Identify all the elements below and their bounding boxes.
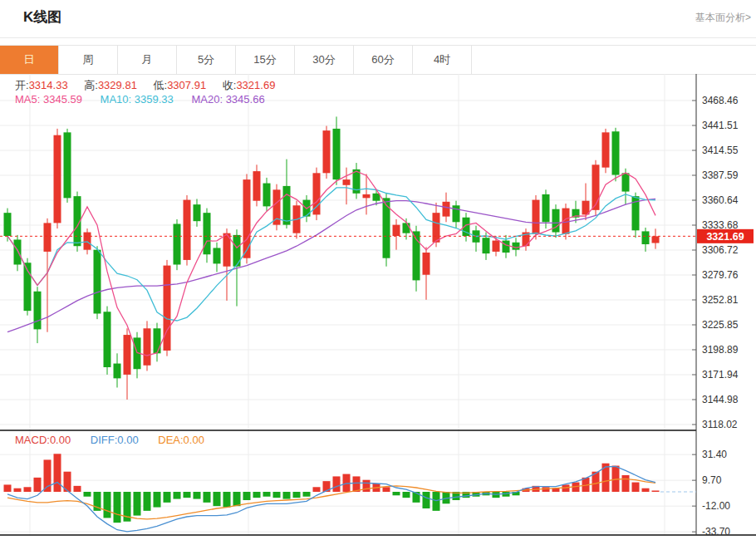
macd-bar [184, 492, 191, 498]
candle [184, 200, 191, 260]
macd-bar [154, 492, 161, 508]
candle [443, 202, 450, 217]
candle [154, 328, 161, 353]
macd-bar [134, 492, 141, 516]
candle [483, 238, 490, 253]
candle [592, 164, 600, 210]
y-axis-label: 3360.64 [702, 194, 739, 206]
macd-bar [632, 483, 640, 492]
tab-m60[interactable]: 60分 [354, 46, 413, 74]
candle [104, 312, 111, 367]
y-axis-label: 3279.76 [702, 269, 739, 281]
candle [204, 213, 211, 254]
candle [323, 130, 331, 173]
candle [403, 223, 410, 233]
y-axis-label: 3252.81 [702, 294, 739, 306]
candle [333, 129, 341, 179]
tab-h4[interactable]: 4时 [413, 46, 472, 74]
macd-bar [74, 486, 81, 492]
candle [642, 231, 650, 244]
macd-bar [34, 478, 42, 492]
tab-week[interactable]: 周 [59, 46, 118, 74]
macd-bar [223, 492, 231, 508]
macd-bar [313, 487, 321, 492]
tab-m15[interactable]: 15分 [236, 46, 295, 74]
macd-bar [263, 492, 271, 497]
timeframe-tabs: 日周月5分15分30分60分4时 [0, 45, 756, 75]
y-axis-label: 3306.72 [702, 244, 739, 256]
macd-bar [433, 492, 440, 511]
macd-bar [393, 492, 400, 495]
y-axis-label: 3387.59 [702, 169, 739, 181]
candle [513, 243, 520, 250]
candle [343, 179, 351, 185]
macd-bar [622, 475, 630, 492]
tab-m30[interactable]: 30分 [295, 46, 354, 74]
header-divider [0, 37, 756, 38]
candle [253, 171, 261, 201]
chart-area: 3321.693468.463441.513414.553387.593360.… [0, 74, 756, 537]
macd-bar [333, 476, 341, 492]
candle [533, 200, 540, 234]
tab-m5[interactable]: 5分 [177, 46, 236, 74]
candle [44, 223, 52, 251]
candle [194, 204, 201, 221]
tab-day[interactable]: 日 [0, 46, 59, 74]
candle [503, 241, 510, 253]
macd-y-axis-label: -33.70 [702, 526, 730, 537]
candle [602, 132, 610, 167]
macd-bar [24, 487, 32, 492]
macd-bar [273, 492, 281, 498]
macd-bar [144, 492, 151, 511]
candle [393, 225, 400, 236]
macd-bar [243, 492, 251, 500]
candle [612, 131, 620, 174]
macd-bar [652, 491, 660, 493]
candle [124, 335, 131, 375]
candle [94, 250, 101, 314]
macd-bar [303, 492, 311, 497]
macd-bar [214, 492, 221, 506]
page-title: K线图 [23, 7, 61, 27]
macd-y-axis-label: -12.00 [702, 500, 730, 512]
candle [54, 135, 61, 223]
macd-bar [283, 492, 291, 499]
candle [14, 239, 22, 264]
candle [114, 364, 121, 379]
macd-bar [642, 488, 650, 492]
kline-page: K线图 基本面分析> 日周月5分15分30分60分4时 3321.693468.… [0, 0, 756, 540]
macd-y-axis-label: 9.70 [702, 474, 722, 486]
y-axis-label: 3225.85 [702, 319, 739, 331]
page-header: K线图 基本面分析> [0, 0, 756, 37]
fundamental-analysis-link[interactable]: 基本面分析> [695, 11, 751, 25]
y-axis-label: 3441.51 [702, 120, 739, 131]
macd-bar [114, 492, 121, 523]
macd-bar [253, 492, 261, 498]
candle [64, 132, 71, 198]
y-axis-label: 3198.89 [702, 344, 739, 356]
macd-bar [353, 476, 361, 492]
candle [144, 328, 151, 366]
kline-chart-svg[interactable]: 3321.693468.463441.513414.553387.593360.… [0, 74, 756, 537]
candle [4, 213, 12, 236]
macd-bar [602, 464, 610, 492]
macd-bar [293, 492, 301, 498]
candle [283, 186, 291, 225]
candle [652, 236, 660, 243]
candle [622, 173, 630, 191]
y-axis-label: 3144.98 [702, 394, 739, 405]
tab-month[interactable]: 月 [118, 46, 177, 74]
macd-bar [403, 492, 410, 498]
y-axis-label: 3468.46 [702, 95, 739, 106]
candle [214, 248, 221, 263]
candle [363, 194, 371, 198]
macd-bar [363, 480, 371, 492]
macd-bar [164, 492, 171, 503]
y-axis-label: 3333.68 [702, 219, 739, 231]
candle [164, 266, 171, 351]
macd-bar [54, 454, 61, 492]
macd-bar [383, 487, 390, 492]
macd-bar [204, 492, 211, 503]
macd-bar [4, 484, 12, 492]
macd-bar [14, 488, 22, 492]
